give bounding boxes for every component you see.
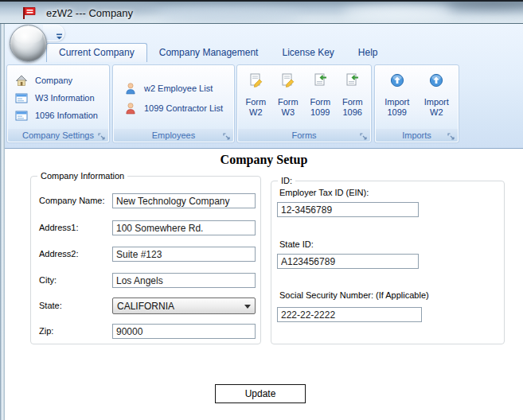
address1-label: Address1: <box>39 223 79 232</box>
ribbon-item-label: w2 Employee List <box>144 84 213 93</box>
tab-label: Current Company <box>59 47 135 58</box>
group-caption-forms: Forms <box>238 129 370 142</box>
ein-input[interactable] <box>277 202 419 217</box>
zip-input[interactable] <box>112 324 256 339</box>
form-card-icon <box>15 109 28 122</box>
ribbon-item-w2-employee-list[interactable]: w2 Employee List <box>124 82 223 95</box>
state-select[interactable]: CALIFORNIA <box>112 298 256 314</box>
ribbon-button-form-w2[interactable]: Form W2 <box>240 70 272 118</box>
tab-current-company[interactable]: Current Company <box>46 43 147 62</box>
main-content: Company Setup Company Information Compan… <box>5 150 523 420</box>
window-title: ezW2 --- Company <box>46 7 133 19</box>
state-label: State: <box>39 301 62 310</box>
chevron-down-icon <box>244 305 251 312</box>
company-name-label: Company Name: <box>39 196 105 205</box>
ribbon-button-import-w2[interactable]: Import W2 <box>420 70 453 118</box>
state-id-label: State ID: <box>279 239 314 249</box>
application-menu-button[interactable] <box>10 25 47 62</box>
glass-blur-decoration <box>159 11 302 22</box>
ribbon-group-company-settings: Company W3 Information <box>6 64 110 143</box>
ribbon-group-forms: Form W2 Form W3 <box>236 64 372 143</box>
tab-help[interactable]: Help <box>346 44 390 62</box>
glass-blur-decoration <box>342 6 454 21</box>
ribbon-button-label-line2: W3 <box>282 107 295 118</box>
document-arrow-icon <box>345 72 360 88</box>
group-caption-imports: Imports <box>376 129 458 142</box>
form-card-icon <box>15 91 28 104</box>
ribbon-item-label: 1099 Contractor List <box>144 103 223 113</box>
ribbon-group-employees: w2 Employee List 1099 Contractor List Em… <box>112 64 235 143</box>
city-input[interactable] <box>112 273 256 288</box>
address2-label: Address2: <box>39 249 79 259</box>
ribbon-button-label-line1: Form <box>342 97 363 107</box>
ribbon-button-import-1099[interactable]: Import 1099 <box>381 70 413 118</box>
import-up-icon <box>390 72 404 88</box>
person-red-icon <box>124 102 137 115</box>
document-pencil-icon <box>280 72 295 88</box>
title-bar[interactable]: ezW2 --- Company <box>0 0 523 24</box>
ribbon-item-label: 1096 Infomation <box>35 111 98 120</box>
city-label: City: <box>39 275 57 285</box>
import-up-icon <box>429 72 443 88</box>
group-caption-label: Forms <box>291 130 316 140</box>
state-select-value: CALIFORNIA <box>117 301 174 312</box>
ribbon-button-label-line2: 1099 <box>310 107 330 118</box>
ribbon-button-form-1096[interactable]: Form 1096 <box>337 70 369 118</box>
ribbon-item-company[interactable]: Company <box>15 74 98 87</box>
ribbon-button-label-line1: Form <box>278 97 299 107</box>
groupbox-legend: ID: <box>278 176 295 185</box>
ribbon-button-label-line1: Import <box>424 97 449 107</box>
address1-input[interactable] <box>112 220 256 235</box>
ribbon-item-w3-information[interactable]: W3 Information <box>15 91 98 104</box>
ribbon-item-1099-contractor-list[interactable]: 1099 Contractor List <box>124 102 223 115</box>
ribbon-button-label-line2: 1099 <box>388 107 407 118</box>
company-name-input[interactable] <box>112 193 256 208</box>
ribbon-button-label-line1: Import <box>384 97 409 107</box>
update-button[interactable]: Update <box>215 384 306 403</box>
dialog-launcher-icon[interactable] <box>360 131 368 139</box>
groupbox-legend: Company Information <box>37 171 127 181</box>
document-pencil-icon <box>248 72 263 88</box>
tab-company-management[interactable]: Company Management <box>147 44 271 62</box>
tab-license-key[interactable]: License Key <box>270 44 345 62</box>
ein-label: Employer Tax ID (EIN): <box>279 188 369 197</box>
ribbon-button-label-line2: W2 <box>430 107 443 118</box>
ribbon-button-form-w3[interactable]: Form W3 <box>272 70 305 118</box>
id-groupbox: ID: Employer Tax ID (EIN): State ID: Soc… <box>271 181 505 344</box>
house-icon <box>15 74 28 87</box>
dialog-launcher-icon[interactable] <box>447 131 455 139</box>
qat-customize-icon[interactable] <box>56 29 63 37</box>
group-caption-employees: Employees <box>114 129 233 142</box>
ribbon-button-label-line1: Form <box>245 97 266 107</box>
ribbon-button-form-1099[interactable]: Form 1099 <box>304 70 337 118</box>
ssn-input[interactable] <box>277 307 422 322</box>
ribbon-item-1096-information[interactable]: 1096 Infomation <box>15 109 98 122</box>
person-blue-icon <box>124 82 137 95</box>
ribbon-item-label: Company <box>35 76 72 85</box>
zip-label: Zip: <box>39 326 53 336</box>
group-caption-label: Employees <box>152 130 195 140</box>
company-information-groupbox: Company Information Company Name: Addres… <box>30 176 261 344</box>
glass-blur-decoration <box>446 0 523 8</box>
document-arrow-icon <box>313 72 328 88</box>
ribbon: Company W3 Information <box>5 62 523 148</box>
ribbon-button-label-line1: Form <box>310 97 330 107</box>
dialog-launcher-icon[interactable] <box>98 131 106 139</box>
ribbon-button-label-line2: W2 <box>249 107 263 118</box>
ribbon-item-label: W3 Information <box>35 93 95 103</box>
app-icon <box>21 6 37 20</box>
group-caption-company-settings: Company Settings <box>8 129 108 142</box>
state-id-input[interactable] <box>277 254 419 269</box>
tab-label: Company Management <box>159 47 259 58</box>
app-window: ezW2 --- Company Current Company Company… <box>0 0 523 420</box>
page-title: Company Setup <box>5 153 523 167</box>
ribbon-button-label-line2: 1096 <box>343 107 362 118</box>
ribbon-group-imports: Import 1099 Import W2 Imports <box>374 64 459 143</box>
address2-input[interactable] <box>112 247 256 262</box>
group-caption-label: Company Settings <box>22 130 94 140</box>
dialog-launcher-icon[interactable] <box>223 131 231 139</box>
ssn-label: Social Security Number: (If Applicable) <box>279 290 429 300</box>
tab-label: License Key <box>282 47 334 58</box>
tab-label: Help <box>358 47 378 58</box>
ribbon-tab-strip: Current Company Company Management Licen… <box>5 43 523 62</box>
